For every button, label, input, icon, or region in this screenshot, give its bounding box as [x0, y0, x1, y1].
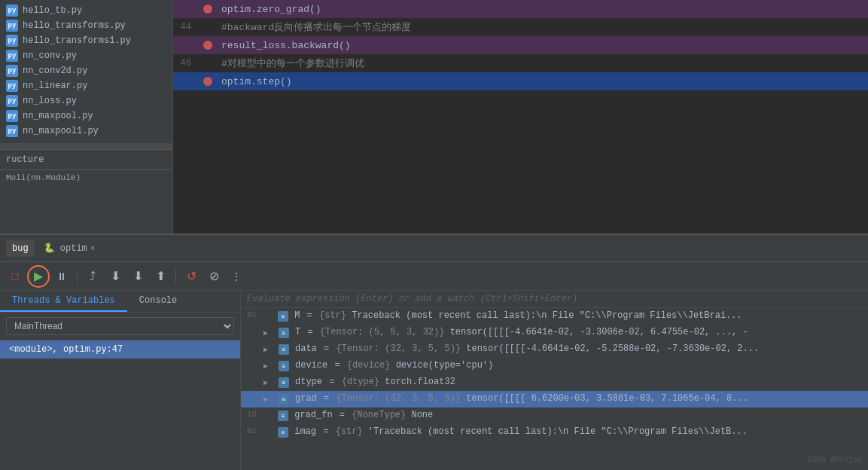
horizontal-scrollbar[interactable]	[0, 143, 172, 149]
code-text: result_loss.backward()	[215, 40, 862, 51]
step-up-button[interactable]: ⬆	[150, 266, 171, 287]
step-out-button[interactable]: ⤴	[82, 266, 103, 287]
file-name: nn_loss.py	[23, 96, 77, 106]
code-editor: optim.zero_grad()44 #backward反向传播求出每一个节点…	[173, 0, 868, 233]
thread-select[interactable]: MainThread	[6, 317, 234, 335]
var-content: grad_fn = {NoneType} None	[294, 410, 433, 420]
variable-item: 10≡grad_fn = {NoneType} None	[241, 407, 868, 424]
file-name: nn_maxpool.py	[23, 111, 93, 121]
rerun-button[interactable]: ↺	[181, 266, 202, 287]
var-content: data = {Tensor: (32, 3, 5, 5)} tensor([[…	[295, 343, 759, 354]
step-into-lib-button[interactable]: ⬇	[127, 266, 148, 287]
var-icon: ≡	[278, 427, 288, 438]
more-button[interactable]: ⋮	[226, 266, 247, 287]
debug-area: bug 🐍 optim × □ ▶ ⏸ ⤴ ⬇ ⬇ ⬆ ↺ ⊘ ⋮ Thread…	[0, 233, 868, 470]
debug-tab[interactable]: bug	[6, 240, 35, 257]
toolbar-divider	[77, 269, 78, 284]
file-item[interactable]: pyhello_tb.py	[0, 3, 172, 18]
console-tab[interactable]: Console	[127, 291, 189, 312]
variable-item: ▶≡T = {Tensor: (5, 5, 3, 32)} tensor([[[…	[241, 325, 868, 341]
frame-item[interactable]: <module>, optim.py:47	[0, 340, 240, 359]
file-item[interactable]: pyhello_transforms.py	[0, 18, 172, 33]
var-icon: ≡	[278, 311, 288, 322]
eval-bar: Evaluate expression (Enter) or add a wat…	[241, 291, 868, 308]
var-expand[interactable]: ▶	[263, 393, 276, 404]
var-content: T = {Tensor: (5, 5, 3, 32)} tensor([[[[-…	[295, 327, 748, 337]
mute-button[interactable]: ⊘	[203, 266, 224, 287]
file-item[interactable]: pynn_maxpool.py	[0, 108, 172, 124]
variables-panel: Evaluate expression (Enter) or add a wat…	[241, 291, 868, 470]
py-icon: py	[6, 20, 18, 32]
file-name: nn_conv.py	[23, 50, 77, 61]
watermark: CSDN @Moljay	[808, 456, 862, 464]
py-icon: py	[6, 80, 18, 92]
breakpoint[interactable]	[200, 5, 215, 14]
var-expand	[263, 410, 275, 411]
line-number: 46	[173, 58, 200, 69]
module-label: Moli(nn.Module)	[0, 170, 172, 185]
file-name: nn_linear.py	[23, 81, 87, 91]
left-panel: pyhello_tb.pypyhello_transforms.pypyhell…	[0, 0, 173, 233]
var-expand	[263, 426, 275, 428]
toolbar-divider2	[175, 269, 176, 284]
variable-item: ▶≡data = {Tensor: (32, 3, 5, 5)} tensor(…	[241, 341, 868, 358]
py-icon: py	[6, 110, 18, 122]
var-expand[interactable]: ▶	[263, 360, 276, 371]
file-name: nn_maxpool1.py	[23, 126, 99, 136]
variable-list: 01≡M = {str} Traceback (most recent call…	[241, 308, 868, 470]
line-number: 44	[173, 22, 200, 32]
code-text: optim.step()	[215, 76, 862, 87]
line-badge: 01	[247, 426, 257, 435]
threads-variables-tab[interactable]: Threads & Variables	[0, 291, 127, 312]
pause-button[interactable]: ⏸	[51, 266, 72, 287]
structure-header: ructure	[0, 149, 172, 170]
var-expand[interactable]: ▶	[263, 327, 276, 337]
var-icon: ≡	[279, 328, 289, 338]
var-content: device = {device} device(type='cpu')	[295, 360, 493, 371]
breakpoint-dot	[203, 5, 212, 14]
file-name: nn_conv2d.py	[23, 66, 87, 76]
resume-button[interactable]: ▶	[27, 265, 50, 288]
var-icon: ≡	[279, 377, 289, 388]
file-item[interactable]: pynn_conv2d.py	[0, 63, 172, 78]
var-expand[interactable]: ▶	[263, 377, 276, 387]
code-line: result_loss.backward()	[173, 36, 868, 54]
structure-label: ructure	[6, 154, 44, 165]
py-icon: py	[6, 5, 18, 17]
optim-tab-label: 🐍 optim	[44, 243, 87, 254]
var-expand[interactable]: ▶	[263, 343, 276, 354]
file-item[interactable]: pynn_linear.py	[0, 78, 172, 93]
breakpoint[interactable]	[200, 41, 215, 50]
file-list: pyhello_tb.pypyhello_transforms.pypyhell…	[0, 0, 172, 142]
threads-variables-tabs: Threads & Variables Console	[0, 291, 240, 313]
file-item[interactable]: pynn_conv.py	[0, 48, 172, 63]
step-into-button[interactable]: ⬇	[105, 266, 126, 287]
stop-button[interactable]: □	[5, 266, 26, 287]
variable-item: ▶≡grad = {Tensor: (32, 3, 5, 5)} tensor(…	[241, 391, 868, 407]
code-text: #对模型中的每一个参数进行调优	[215, 56, 862, 70]
thread-selector: MainThread	[0, 313, 240, 340]
var-content: grad = {Tensor: (32, 3, 5, 5)} tensor([[…	[295, 393, 748, 404]
file-name: hello_transforms.py	[23, 20, 126, 31]
py-icon: py	[6, 125, 18, 137]
file-item[interactable]: pyhello_transforms1.py	[0, 33, 172, 48]
py-icon: py	[6, 95, 18, 107]
file-item[interactable]: pynn_loss.py	[0, 93, 172, 108]
breakpoint[interactable]	[200, 77, 215, 86]
var-icon: ≡	[279, 361, 289, 371]
variable-item: 01≡M = {str} Traceback (most recent call…	[241, 308, 868, 325]
close-icon[interactable]: ×	[90, 244, 96, 253]
code-text: optim.zero_grad()	[215, 4, 862, 15]
code-line: 46 #对模型中的每一个参数进行调优	[173, 54, 868, 72]
var-expand	[263, 310, 275, 312]
file-item[interactable]: pynn_maxpool1.py	[0, 124, 172, 139]
threads-panel: Threads & Variables Console MainThread <…	[0, 291, 241, 470]
breakpoint-dot	[203, 41, 212, 50]
optim-tab[interactable]: 🐍 optim ×	[38, 240, 102, 257]
py-icon: py	[6, 35, 18, 47]
var-content: dtype = {dtype} torch.float32	[295, 377, 455, 387]
file-name: hello_transforms1.py	[23, 35, 131, 46]
variable-item: ▶≡dtype = {dtype} torch.float32	[241, 374, 868, 391]
breakpoint-dot	[203, 77, 212, 86]
variable-item: 01≡imag = {str} 'Traceback (most recent …	[241, 424, 868, 441]
